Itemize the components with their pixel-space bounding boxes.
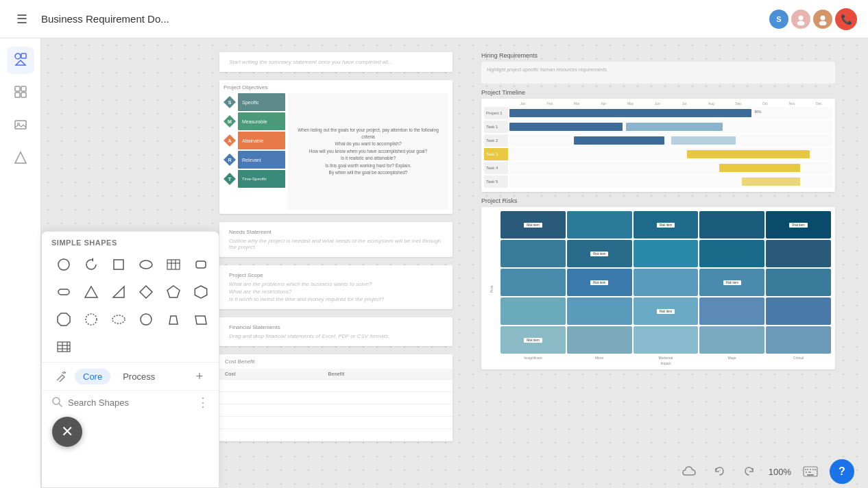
more-options-button[interactable]: ⋮ bbox=[197, 395, 209, 410]
risk-row: Risk item Risk item bbox=[501, 269, 831, 296]
help-button[interactable]: ? bbox=[830, 459, 854, 484]
shape-circle-outline[interactable] bbox=[79, 307, 104, 332]
shapes-tab-bar: Core Process + bbox=[42, 362, 219, 390]
grid-icon bbox=[13, 84, 28, 103]
y-axis: Prob. bbox=[485, 211, 498, 365]
svg-marker-26 bbox=[167, 286, 180, 297]
gantt-row: Project 1 96% bbox=[484, 107, 832, 119]
gantt-label: Task 2 bbox=[484, 134, 508, 147]
bottom-bar: 100% ? bbox=[219, 455, 868, 488]
needs-title: Needs Statement bbox=[229, 229, 443, 235]
smart-left: SSpecific MMeasurable AAttainable RRelev… bbox=[224, 93, 285, 210]
hiring-title: Hiring Requirements bbox=[481, 52, 835, 59]
gantt-label: Task 5 bbox=[484, 175, 508, 188]
summary-placeholder: Start writing the summary statement once… bbox=[229, 59, 443, 65]
shape-ellipse[interactable] bbox=[134, 252, 158, 277]
tab-process[interactable]: Process bbox=[114, 369, 163, 385]
svg-point-14 bbox=[58, 259, 69, 270]
risk-cell bbox=[699, 211, 764, 239]
keyboard-icon[interactable] bbox=[799, 461, 821, 483]
gantt-label: Task 4 bbox=[484, 162, 508, 174]
shape-trapezoid[interactable] bbox=[161, 307, 186, 332]
svg-rect-15 bbox=[114, 260, 123, 269]
svg-rect-34 bbox=[58, 342, 70, 352]
summary-card: Start writing the summary statement once… bbox=[219, 52, 453, 72]
redo-icon[interactable] bbox=[738, 461, 760, 483]
table-row bbox=[219, 392, 453, 404]
shape-refresh[interactable] bbox=[79, 252, 104, 277]
zoom-level[interactable]: 100% bbox=[769, 467, 791, 477]
shape-triangle[interactable] bbox=[79, 280, 104, 304]
risk-cell: Risk item bbox=[567, 269, 632, 296]
shape-right-triangle[interactable] bbox=[106, 280, 131, 304]
shape-circle-filled[interactable] bbox=[134, 307, 158, 332]
svg-marker-13 bbox=[15, 152, 26, 163]
right-content: Hiring Requirements Highlight project-sp… bbox=[473, 38, 843, 378]
svg-point-0 bbox=[799, 15, 804, 20]
sidebar-item-image[interactable] bbox=[7, 112, 34, 140]
phone-button[interactable]: 📞 bbox=[835, 8, 857, 30]
scope-title: Project Scope bbox=[229, 272, 443, 278]
risk-cell: Risk item bbox=[634, 297, 699, 325]
shape-stadium[interactable] bbox=[51, 280, 76, 304]
risk-matrix: Prob. Risk item Risk item R bbox=[481, 207, 835, 369]
avatar-orange[interactable] bbox=[813, 10, 832, 29]
svg-point-4 bbox=[15, 53, 21, 59]
gantt-header: Jan Feb Mar Apr May Jun Jul Aug Sep Oct … bbox=[509, 101, 832, 106]
svg-rect-9 bbox=[15, 93, 20, 97]
avatar-pink[interactable] bbox=[791, 10, 810, 29]
shapes-grid bbox=[42, 249, 219, 362]
timeline-title: Project Timeline bbox=[481, 89, 835, 96]
avatar-s[interactable]: S bbox=[769, 10, 788, 29]
sidebar-item-polygon[interactable] bbox=[7, 145, 34, 173]
financial-card: Financial Statements Drag and drop finan… bbox=[219, 317, 453, 346]
risk-cell bbox=[766, 297, 831, 325]
cost-benefit-title: Cost Benefit bbox=[219, 354, 453, 366]
cloud-save-icon[interactable] bbox=[678, 461, 700, 483]
gantt-row: Task 3 bbox=[484, 148, 832, 160]
svg-rect-7 bbox=[15, 86, 20, 91]
shape-octagon[interactable] bbox=[51, 307, 76, 332]
shape-rounded-rect[interactable] bbox=[189, 252, 213, 277]
menu-button[interactable]: ☰ bbox=[11, 8, 33, 30]
risk-cell bbox=[699, 326, 764, 354]
gantt-bar-yellow3 bbox=[742, 178, 800, 186]
shape-circle[interactable] bbox=[51, 252, 76, 277]
shape-hexagon[interactable] bbox=[189, 280, 213, 304]
search-input[interactable] bbox=[68, 398, 191, 408]
risk-cell: Risk item bbox=[501, 326, 566, 354]
risk-cell bbox=[766, 240, 831, 267]
document-content: Start writing the summary statement once… bbox=[219, 52, 453, 450]
risk-cell bbox=[501, 240, 566, 267]
shape-pentagon[interactable] bbox=[161, 280, 186, 304]
gantt-bar-light bbox=[626, 123, 723, 132]
sidebar-item-grid[interactable] bbox=[7, 80, 34, 107]
gantt-timeline: 96% bbox=[509, 107, 832, 119]
svg-marker-25 bbox=[140, 286, 152, 298]
undo-icon[interactable] bbox=[708, 461, 730, 483]
add-tab-button[interactable]: + bbox=[190, 367, 209, 386]
risk-cell bbox=[567, 211, 632, 239]
svg-point-29 bbox=[86, 314, 97, 325]
document-title[interactable]: Business Requirement Do... bbox=[41, 13, 761, 25]
cost-benefit-card: Cost Benefit Cost Benefit bbox=[219, 354, 453, 441]
shape-grid-table[interactable] bbox=[51, 334, 76, 359]
shape-diamond[interactable] bbox=[134, 280, 158, 304]
shape-ellipse-outline[interactable] bbox=[106, 307, 131, 332]
risk-cell bbox=[634, 240, 699, 267]
tab-core[interactable]: Core bbox=[75, 369, 110, 385]
smart-diagram: SSpecific MMeasurable AAttainable RRelev… bbox=[224, 93, 448, 210]
shape-parallelogram[interactable] bbox=[189, 307, 213, 332]
wand-icon bbox=[51, 367, 71, 386]
fab-close-button[interactable]: ✕ bbox=[52, 417, 82, 447]
gantt-bar-yellow2 bbox=[719, 164, 800, 173]
gantt-label: Project 1 bbox=[484, 107, 508, 119]
table-row bbox=[219, 404, 453, 417]
sidebar-item-shapes[interactable] bbox=[7, 47, 34, 74]
risk-cell: Risk item bbox=[501, 211, 566, 239]
gantt-timeline bbox=[509, 121, 832, 133]
svg-rect-11 bbox=[15, 121, 26, 129]
shape-table[interactable] bbox=[161, 252, 186, 277]
shape-square[interactable] bbox=[106, 252, 131, 277]
gantt-timeline bbox=[509, 162, 832, 174]
